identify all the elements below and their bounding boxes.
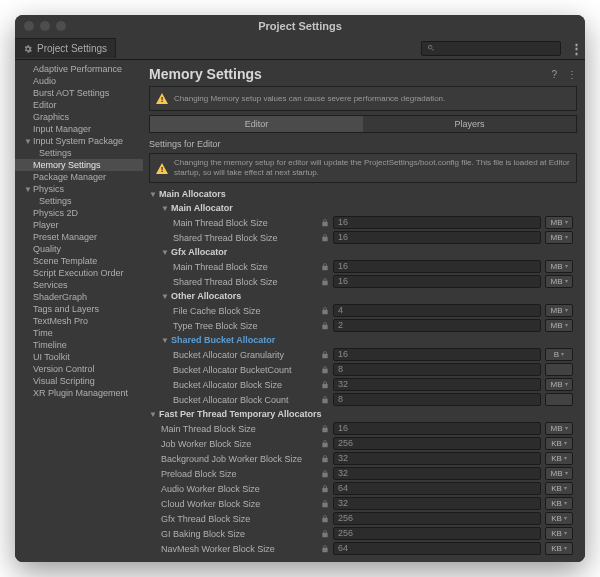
- lock-icon: [321, 485, 329, 493]
- unit-dropdown[interactable]: MB: [545, 378, 573, 391]
- sidebar-item-ui-toolkit[interactable]: UI Toolkit: [15, 351, 143, 363]
- unit-dropdown[interactable]: [545, 363, 573, 376]
- sidebar-item-scene-template[interactable]: Scene Template: [15, 255, 143, 267]
- sidebar-item-script-execution-order[interactable]: Script Execution Order: [15, 267, 143, 279]
- close-button[interactable]: [24, 21, 34, 31]
- sidebar-item-services[interactable]: Services: [15, 279, 143, 291]
- lock-icon: [321, 381, 329, 389]
- lock-icon: [321, 366, 329, 374]
- number-input[interactable]: 16: [333, 422, 541, 435]
- group-header[interactable]: ▼Main Allocators: [149, 187, 573, 201]
- search-input[interactable]: [421, 41, 561, 56]
- tab-players[interactable]: Players: [363, 116, 576, 132]
- unit-dropdown[interactable]: MB: [545, 231, 573, 244]
- number-input[interactable]: 256: [333, 527, 541, 540]
- field-label: Background Job Worker Block Size: [149, 454, 317, 464]
- number-input[interactable]: 16: [333, 216, 541, 229]
- unit-dropdown[interactable]: MB: [545, 422, 573, 435]
- unit-dropdown[interactable]: B: [545, 348, 573, 361]
- overflow-menu-icon[interactable]: ⋮: [567, 69, 577, 80]
- sidebar-item-editor[interactable]: Editor: [15, 99, 143, 111]
- help-icon[interactable]: ?: [551, 69, 557, 80]
- number-input[interactable]: 16: [333, 348, 541, 361]
- sidebar-item-xr-plugin-management[interactable]: XR Plugin Management: [15, 387, 143, 399]
- subgroup-header[interactable]: ▼Gfx Allocator: [149, 245, 573, 259]
- warning-top: Changing Memory setup values can cause s…: [149, 86, 577, 111]
- maximize-button[interactable]: [56, 21, 66, 31]
- field-label: Type Tree Block Size: [149, 321, 317, 331]
- tool-tab-project-settings[interactable]: Project Settings: [15, 38, 116, 58]
- number-input[interactable]: 32: [333, 378, 541, 391]
- tab-editor[interactable]: Editor: [150, 116, 363, 132]
- number-input[interactable]: 32: [333, 452, 541, 465]
- lock-icon: [321, 396, 329, 404]
- sidebar-item-input-system-package[interactable]: ▼Input System Package: [15, 135, 143, 147]
- unit-dropdown[interactable]: MB: [545, 216, 573, 229]
- number-input[interactable]: 16: [333, 260, 541, 273]
- sidebar-item-visual-scripting[interactable]: Visual Scripting: [15, 375, 143, 387]
- subgroup-header[interactable]: ▼Other Allocators: [149, 289, 573, 303]
- sidebar-item-memory-settings[interactable]: Memory Settings: [15, 159, 143, 171]
- sidebar-item-settings[interactable]: Settings: [15, 147, 143, 159]
- sidebar-item-label: Scene Template: [33, 256, 97, 266]
- unit-dropdown[interactable]: KB: [545, 497, 573, 510]
- unit-dropdown[interactable]: KB: [545, 542, 573, 555]
- unit-dropdown[interactable]: KB: [545, 437, 573, 450]
- sidebar-item-quality[interactable]: Quality: [15, 243, 143, 255]
- unit-dropdown[interactable]: MB: [545, 319, 573, 332]
- number-input[interactable]: 256: [333, 512, 541, 525]
- number-input[interactable]: 8: [333, 393, 541, 406]
- sidebar-item-timeline[interactable]: Timeline: [15, 339, 143, 351]
- sidebar-item-label: Player: [33, 220, 59, 230]
- unit-dropdown[interactable]: KB: [545, 527, 573, 540]
- unit-dropdown[interactable]: KB: [545, 452, 573, 465]
- sidebar-item-tags-and-layers[interactable]: Tags and Layers: [15, 303, 143, 315]
- unit-dropdown[interactable]: MB: [545, 304, 573, 317]
- settings-scroll[interactable]: ▼Main Allocators▼Main AllocatorMain Thre…: [149, 187, 577, 562]
- sidebar-item-label: Input Manager: [33, 124, 91, 134]
- overflow-menu[interactable]: ⋮: [567, 41, 585, 56]
- sidebar-item-input-manager[interactable]: Input Manager: [15, 123, 143, 135]
- sidebar-item-graphics[interactable]: Graphics: [15, 111, 143, 123]
- sidebar-item-physics[interactable]: ▼Physics: [15, 183, 143, 195]
- sidebar-item-label: Preset Manager: [33, 232, 97, 242]
- minimize-button[interactable]: [40, 21, 50, 31]
- sidebar-item-audio[interactable]: Audio: [15, 75, 143, 87]
- sidebar-item-package-manager[interactable]: Package Manager: [15, 171, 143, 183]
- sidebar-item-shadergraph[interactable]: ShaderGraph: [15, 291, 143, 303]
- sidebar-item-burst-aot-settings[interactable]: Burst AOT Settings: [15, 87, 143, 99]
- number-input[interactable]: 16: [333, 231, 541, 244]
- subgroup-header[interactable]: ▼Main Allocator: [149, 201, 573, 215]
- sidebar-item-label: Time: [33, 328, 53, 338]
- number-input[interactable]: 2: [333, 319, 541, 332]
- sidebar-item-time[interactable]: Time: [15, 327, 143, 339]
- unit-dropdown[interactable]: MB: [545, 467, 573, 480]
- sidebar-item-player[interactable]: Player: [15, 219, 143, 231]
- search-icon: [427, 44, 435, 52]
- sidebar-item-physics-2d[interactable]: Physics 2D: [15, 207, 143, 219]
- sidebar-item-adaptive-performance[interactable]: Adaptive Performance: [15, 63, 143, 75]
- number-input[interactable]: 4: [333, 304, 541, 317]
- unit-dropdown[interactable]: KB: [545, 482, 573, 495]
- sidebar-item-preset-manager[interactable]: Preset Manager: [15, 231, 143, 243]
- number-input[interactable]: 8: [333, 363, 541, 376]
- subgroup-header[interactable]: ▼Shared Bucket Allocator: [149, 333, 573, 347]
- number-input[interactable]: 32: [333, 497, 541, 510]
- number-input[interactable]: 64: [333, 542, 541, 555]
- sidebar-item-label: Physics 2D: [33, 208, 78, 218]
- number-input[interactable]: 256: [333, 437, 541, 450]
- unit-dropdown[interactable]: MB: [545, 275, 573, 288]
- unit-dropdown[interactable]: MB: [545, 260, 573, 273]
- sidebar-item-settings[interactable]: Settings: [15, 195, 143, 207]
- setting-field: Gfx Thread Block Size256KB: [149, 511, 573, 526]
- sidebar-item-textmesh-pro[interactable]: TextMesh Pro: [15, 315, 143, 327]
- sidebar-item-label: Audio: [33, 76, 56, 86]
- number-input[interactable]: 32: [333, 467, 541, 480]
- sidebar-item-version-control[interactable]: Version Control: [15, 363, 143, 375]
- unit-dropdown[interactable]: [545, 393, 573, 406]
- unit-dropdown[interactable]: KB: [545, 512, 573, 525]
- group-header[interactable]: ▼Fast Per Thread Temporary Allocators: [149, 407, 573, 421]
- number-input[interactable]: 16: [333, 275, 541, 288]
- number-input[interactable]: 64: [333, 482, 541, 495]
- sidebar-item-label: Memory Settings: [33, 160, 101, 170]
